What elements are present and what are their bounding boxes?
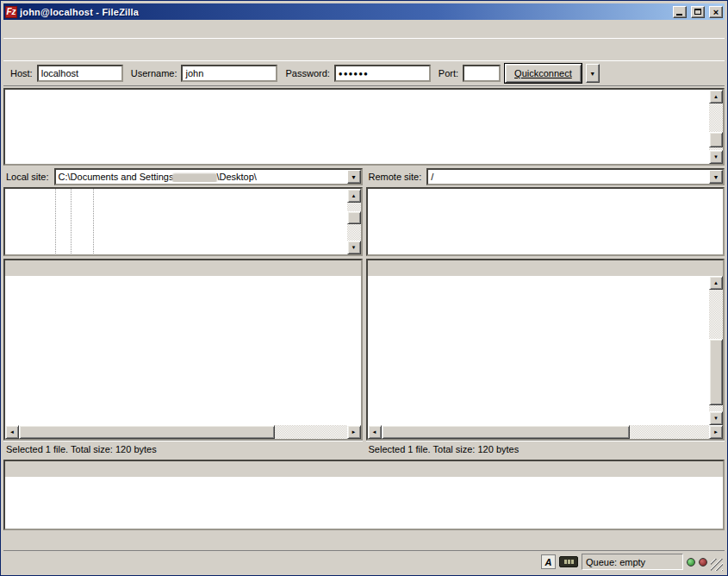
local-panel: Local site: C:\Documents and Settings\De… [3,168,363,457]
data-type-indicator-icon: A [541,554,556,569]
scroll-left-icon[interactable]: ◄ [368,425,382,439]
scrollbar-thumb[interactable] [709,339,723,405]
toolbar [3,38,725,60]
queue-tabs [3,530,725,551]
local-list-header [5,260,361,276]
host-label: Host: [10,68,33,78]
local-site-combobox[interactable]: C:\Documents and Settings\Desktop\ ▼ [54,168,363,185]
close-icon: × [713,8,719,16]
scroll-down-icon[interactable]: ▼ [709,411,723,425]
scroll-down-icon[interactable]: ▼ [709,150,723,164]
maximize-icon [694,9,701,15]
filezilla-window: Fz john@localhost - FileZilla × Host: Us… [0,0,728,576]
port-input[interactable] [463,65,501,82]
redacted-username [173,174,216,182]
message-log: ▲ ▼ [3,88,725,166]
quickconnect-dropdown-button[interactable]: ▼ [586,64,600,83]
scroll-up-icon[interactable]: ▲ [709,90,723,103]
activity-led-green-icon [687,558,695,567]
local-list-body [5,276,361,425]
scroll-right-icon[interactable]: ► [347,425,361,439]
host-input[interactable] [37,65,123,82]
main-split: Local site: C:\Documents and Settings\De… [3,168,725,457]
maximize-button[interactable] [691,6,705,18]
username-label: Username: [131,68,177,78]
scrollbar-track[interactable] [275,425,347,439]
quickconnect-bar: Host: Username: Password: Port: Quickcon… [3,60,725,86]
scroll-right-icon[interactable]: ► [709,425,723,439]
scrollbar-track[interactable] [347,203,361,211]
username-input[interactable] [181,65,277,82]
local-file-list: ◄ ► [3,259,363,441]
scrollbar-track[interactable] [630,425,709,439]
remote-site-label: Remote site: [366,172,425,182]
password-label: Password: [285,68,329,78]
remote-file-list: ▲ ▼ ◄ ► [366,259,725,441]
queue-body [5,477,723,529]
tree-guide-line [71,189,72,254]
local-path: C:\Documents and Settings\Desktop\ [56,172,347,182]
quickconnect-button[interactable]: Quickconnect [505,64,582,83]
remote-selection-status: Selected 1 file. Total size: 120 bytes [366,441,725,457]
scrollbar-thumb[interactable] [382,425,631,439]
local-tree [5,189,347,254]
scrollbar-thumb[interactable] [709,132,723,147]
local-site-bar: Local site: C:\Documents and Settings\De… [3,168,363,187]
message-log-lines [5,90,709,164]
local-selection-status: Selected 1 file. Total size: 120 bytes [3,441,363,457]
titlebar: Fz john@localhost - FileZilla × [3,3,725,20]
scrollbar-thumb[interactable] [347,211,361,224]
close-button[interactable]: × [709,6,723,18]
status-bar: A Queue: empty [3,551,725,573]
scrollbar-track[interactable] [347,224,361,241]
queue-header [5,461,723,477]
local-list-hscrollbar[interactable]: ◄ ► [5,425,361,439]
remote-list-header [368,260,724,276]
menu-bar [3,20,725,38]
scrollbar-track[interactable] [709,290,723,339]
scrollbar-track[interactable] [709,103,723,132]
tree-guide-line [93,189,94,254]
chevron-down-icon[interactable]: ▼ [347,170,361,184]
scrollbar-thumb[interactable] [19,425,275,439]
scroll-up-icon[interactable]: ▲ [709,276,723,290]
minimize-icon [676,14,682,16]
scroll-left-icon[interactable]: ◄ [5,425,19,439]
remote-site-combobox[interactable]: / ▼ [426,168,725,185]
transfer-queue [3,460,725,530]
resize-grip[interactable] [711,559,723,571]
queue-status: Queue: empty [582,554,683,570]
remote-list-body [368,276,710,425]
remote-list-hscrollbar[interactable]: ◄ ► [368,425,724,439]
remote-list-scrollbar[interactable]: ▲ ▼ [709,276,723,425]
password-input[interactable] [334,65,431,82]
remote-directory-tree [366,187,725,256]
encryption-indicator-icon [559,556,578,567]
local-tree-scrollbar[interactable]: ▲ ▼ [347,189,361,254]
message-log-scrollbar[interactable]: ▲ ▼ [709,90,723,164]
scroll-up-icon[interactable]: ▲ [347,189,361,203]
activity-led-red-icon [699,558,707,567]
chevron-down-icon[interactable]: ▼ [709,170,723,184]
minimize-button[interactable] [673,6,687,18]
scroll-down-icon[interactable]: ▼ [347,241,361,254]
remote-site-bar: Remote site: / ▼ [366,168,725,187]
remote-path: / [428,172,709,182]
remote-panel: Remote site: / ▼ ▲ [366,168,725,457]
filezilla-logo-icon: Fz [5,6,17,18]
port-label: Port: [439,68,458,78]
local-site-label: Local site: [3,172,52,182]
window-title: john@localhost - FileZilla [20,7,669,17]
local-directory-tree: ▲ ▼ [3,187,363,256]
remote-tree [368,189,724,254]
scrollbar-track[interactable] [709,405,723,411]
tree-guide-line [55,189,56,254]
